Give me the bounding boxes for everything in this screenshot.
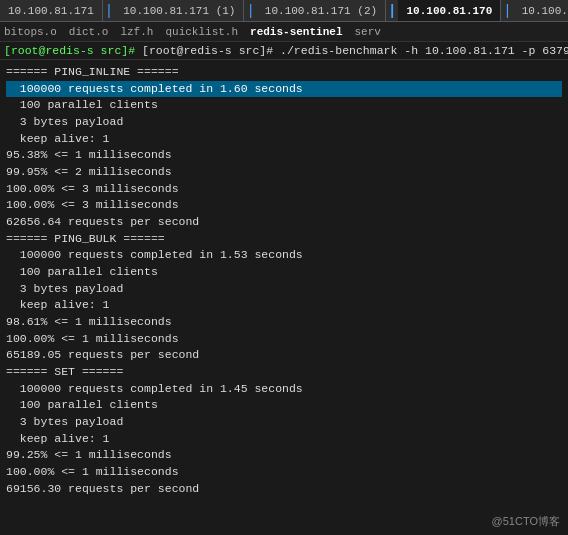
terminal-line: ====== SET ====== — [6, 364, 562, 381]
file-bar: bitops.o dict.o lzf.h quicklist.h redis-… — [0, 22, 568, 42]
terminal-line: 100.00% <= 1 milliseconds — [6, 464, 562, 481]
terminal-content: ====== PING_INLINE ====== 100000 request… — [0, 60, 568, 533]
tab-divider-2: | — [244, 3, 256, 19]
terminal-line: 65189.05 requests per second — [6, 347, 562, 364]
terminal-line: 100 parallel clients — [6, 397, 562, 414]
tab-divider-3: | — [386, 3, 398, 19]
terminal-line: 3 bytes payload — [6, 114, 562, 131]
tab-divider-1: | — [103, 3, 115, 19]
terminal-line: 69156.30 requests per second — [6, 481, 562, 498]
tab-1[interactable]: 10.100.81.171 — [0, 0, 103, 21]
terminal-line: 99.95% <= 2 milliseconds — [6, 164, 562, 181]
tab-bar: 10.100.81.171 | 10.100.81.171 (1) | 10.1… — [0, 0, 568, 22]
file-dict[interactable]: dict.o — [69, 26, 109, 38]
tab-4[interactable]: 10.100.81.170 — [398, 0, 501, 21]
terminal-line: keep alive: 1 — [6, 297, 562, 314]
tab-divider-4: | — [501, 3, 513, 19]
terminal-line: 3 bytes payload — [6, 281, 562, 298]
terminal-line: 100.00% <= 3 milliseconds — [6, 181, 562, 198]
terminal-line: 99.25% <= 1 milliseconds — [6, 447, 562, 464]
terminal-line: 62656.64 requests per second — [6, 214, 562, 231]
file-bitops[interactable]: bitops.o — [4, 26, 57, 38]
terminal-line: 98.61% <= 1 milliseconds — [6, 314, 562, 331]
tab-3[interactable]: 10.100.81.171 (2) — [257, 0, 386, 21]
terminal-line: ====== PING_INLINE ====== — [6, 64, 562, 81]
terminal-line: 100.00% <= 1 milliseconds — [6, 331, 562, 348]
tab-2[interactable]: 10.100.81.171 (1) — [115, 0, 244, 21]
terminal-line: 100000 requests completed in 1.60 second… — [6, 81, 562, 98]
command-text: [root@redis-s src]# ./redis-benchmark -h… — [142, 44, 568, 57]
file-lzf[interactable]: lzf.h — [120, 26, 153, 38]
terminal-line: ====== PING_BULK ====== — [6, 231, 562, 248]
tab-5[interactable]: 10.100.81.170 (1) — [514, 0, 568, 21]
prompt: [root@redis-s src]# — [4, 44, 142, 57]
terminal-line: keep alive: 1 — [6, 131, 562, 148]
terminal-line: 95.38% <= 1 milliseconds — [6, 147, 562, 164]
watermark: @51CTO博客 — [492, 514, 560, 529]
file-redis-sentinel[interactable]: redis-sentinel — [250, 26, 342, 38]
command-line: [root@redis-s src]# [root@redis-s src]# … — [0, 42, 568, 60]
terminal-line: 100 parallel clients — [6, 264, 562, 281]
terminal-line: 3 bytes payload — [6, 414, 562, 431]
terminal-line: 100.00% <= 3 milliseconds — [6, 197, 562, 214]
terminal-line: 100000 requests completed in 1.45 second… — [6, 381, 562, 398]
terminal-line: keep alive: 1 — [6, 431, 562, 448]
file-serv[interactable]: serv — [354, 26, 380, 38]
terminal-line: 100000 requests completed in 1.53 second… — [6, 247, 562, 264]
terminal-line: 100 parallel clients — [6, 97, 562, 114]
file-quicklist[interactable]: quicklist.h — [165, 26, 238, 38]
